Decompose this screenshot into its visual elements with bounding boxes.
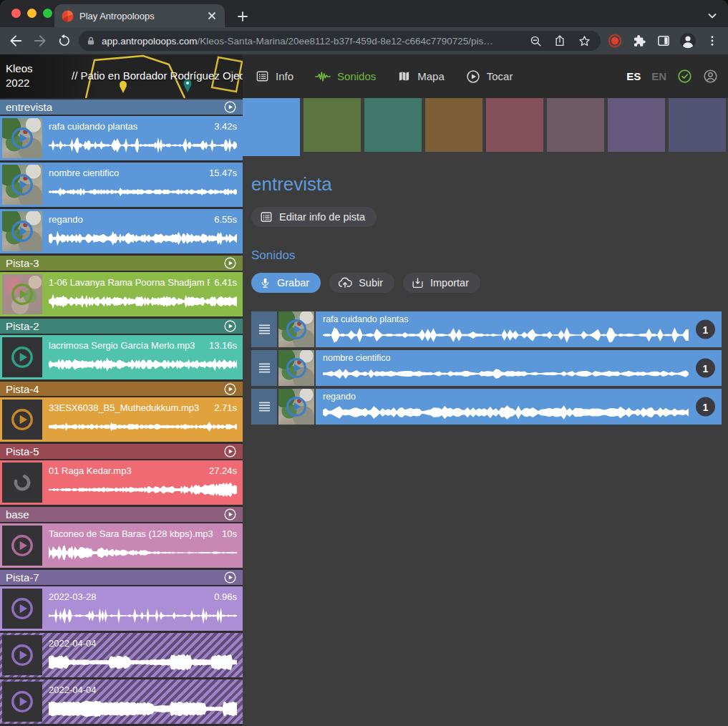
sound-thumbnail[interactable] — [2, 274, 42, 314]
play-icon[interactable] — [285, 318, 308, 341]
sidebar-sound-item[interactable]: regando6.55s — [0, 209, 243, 253]
new-tab-button[interactable] — [233, 7, 252, 26]
sound-thumbnail[interactable] — [2, 211, 42, 251]
sidebar-sound-item[interactable]: 01 Raga Kedar.mp327.24s — [0, 460, 243, 505]
play-icon[interactable] — [10, 596, 34, 621]
track-header-base[interactable]: base — [0, 507, 243, 522]
play-icon[interactable] — [10, 219, 34, 243]
sidebar-sound-item[interactable]: 2022-04-04 — [0, 633, 243, 677]
sound-thumbnail[interactable] — [2, 165, 42, 205]
track-header-Pista-3[interactable]: Pista-3 — [0, 256, 243, 271]
track-color-tab-5[interactable] — [486, 98, 543, 152]
close-window-button[interactable] — [11, 9, 21, 18]
browser-menu-icon[interactable] — [702, 31, 722, 51]
account-icon[interactable] — [703, 69, 718, 84]
sound-thumbnail[interactable] — [2, 682, 42, 722]
track-header-Pista-4[interactable]: Pista-4 — [0, 382, 243, 397]
play-icon[interactable] — [285, 395, 308, 418]
play-icon[interactable] — [10, 345, 34, 369]
forward-button[interactable] — [30, 31, 50, 51]
lang-es-button[interactable]: ES — [626, 70, 641, 82]
fullscreen-window-button[interactable] — [43, 9, 52, 18]
track-play-icon[interactable] — [223, 382, 237, 396]
track-play-icon[interactable] — [223, 100, 237, 114]
track-play-icon[interactable] — [223, 445, 237, 458]
sound-thumbnail[interactable] — [278, 389, 314, 425]
sidebar-sound-item[interactable]: nombre cientifico15.47s — [0, 163, 243, 207]
recording-indicator-icon[interactable] — [605, 31, 625, 51]
track-play-icon[interactable] — [223, 319, 237, 333]
address-bar[interactable]: app.antropoloops.com/Kleos-Santa-Marina/… — [79, 31, 601, 51]
lang-en-button[interactable]: EN — [651, 70, 666, 82]
app-logo[interactable]: Kleos 2022 — [6, 62, 33, 90]
sound-thumbnail[interactable] — [2, 635, 42, 675]
upload-button[interactable]: Subir — [329, 273, 394, 293]
tab-mapa[interactable]: Mapa — [397, 69, 445, 83]
sidebar-sound-item[interactable]: 2022-04-04 — [0, 679, 243, 724]
play-icon[interactable] — [10, 173, 34, 197]
sidebar-sound-item[interactable]: lacrimosa Sergio García Merlo.mp313.16s — [0, 335, 243, 379]
edit-track-info-button[interactable]: Editar info de pista — [251, 207, 377, 227]
play-icon[interactable] — [10, 689, 34, 714]
track-color-tab-4[interactable] — [425, 98, 482, 152]
track-color-tab-2[interactable] — [304, 98, 361, 152]
extensions-puzzle-icon[interactable] — [629, 31, 649, 51]
drag-handle-icon[interactable] — [258, 401, 271, 412]
drag-handle-icon[interactable] — [258, 362, 271, 374]
sidebar-sound-item[interactable]: 2022-03-280.96s — [0, 586, 243, 631]
play-icon[interactable] — [10, 643, 34, 667]
side-panel-icon[interactable] — [654, 31, 674, 51]
sidebar-sound-item[interactable]: rafa cuidando plantas3.42s — [0, 116, 243, 160]
share-icon[interactable] — [550, 32, 569, 50]
play-icon[interactable] — [10, 533, 34, 558]
drag-handle-icon[interactable] — [258, 324, 271, 335]
track-color-tab-6[interactable] — [547, 98, 604, 152]
sound-thumbnail[interactable] — [2, 337, 42, 377]
sound-thumbnail[interactable] — [2, 118, 42, 158]
sound-thumbnail[interactable] — [2, 589, 42, 629]
sound-row-body[interactable]: rafa cuidando plantas1 — [316, 311, 722, 347]
profile-avatar[interactable] — [678, 31, 698, 51]
track-header-Pista-7[interactable]: Pista-7 — [0, 570, 243, 585]
play-icon[interactable] — [10, 407, 34, 432]
sound-drag-handle[interactable] — [251, 350, 277, 386]
sound-thumbnail[interactable] — [278, 311, 314, 347]
sidebar-sound-item[interactable]: Taconeo de Sara Baras (128 kbps).mp310s — [0, 523, 243, 568]
minimize-window-button[interactable] — [27, 9, 37, 18]
track-header-Pista-5[interactable]: Pista-5 — [0, 444, 243, 459]
track-color-tab-7[interactable] — [608, 98, 665, 152]
zoom-out-icon[interactable] — [526, 32, 545, 50]
track-color-tab-8[interactable] — [669, 98, 726, 152]
track-play-icon[interactable] — [223, 256, 237, 270]
track-header-Pista-2[interactable]: Pista-2 — [0, 319, 243, 334]
sidebar-sound-item[interactable]: 1-06 Lavanya Rama Poorna Shadjam Rupak..… — [0, 272, 243, 316]
back-button[interactable] — [6, 31, 26, 51]
tab-tocar[interactable]: Tocar — [466, 69, 513, 84]
saved-check-icon[interactable] — [677, 69, 692, 84]
sound-row-body[interactable]: nombre cientifico1 — [316, 350, 722, 386]
track-play-icon[interactable] — [223, 571, 237, 584]
tab-search-chevron-icon[interactable] — [704, 7, 721, 24]
sound-thumbnail[interactable] — [278, 350, 314, 386]
tab-sonidos[interactable]: Sonidos — [315, 70, 376, 83]
track-color-tab-1[interactable] — [243, 98, 300, 156]
browser-tab[interactable]: Play Antropoloops — [54, 4, 225, 27]
tab-info[interactable]: Info — [256, 69, 293, 83]
sound-thumbnail[interactable] — [2, 526, 42, 566]
track-map-thumbnail[interactable]: Kleos 2022 // Patio en Bordador Rodrígue… — [0, 54, 243, 98]
sound-thumbnail[interactable] — [2, 463, 42, 503]
track-header-entrevista[interactable]: entrevista — [0, 100, 243, 115]
track-color-tab-3[interactable] — [364, 98, 422, 152]
tab-close-icon[interactable] — [206, 10, 218, 21]
sound-thumbnail[interactable] — [2, 400, 42, 440]
record-button[interactable]: Grabar — [251, 273, 321, 293]
sidebar-sound-item[interactable]: 33ESX6038_B5_Muthedukkum.mp32.71s — [0, 397, 243, 442]
reload-button[interactable] — [54, 31, 74, 51]
sound-drag-handle[interactable] — [251, 311, 277, 347]
play-icon[interactable] — [10, 126, 34, 150]
import-button[interactable]: Importar — [403, 273, 480, 293]
sound-row-body[interactable]: regando1 — [316, 389, 722, 425]
bookmark-star-icon[interactable] — [575, 32, 593, 50]
play-icon[interactable] — [285, 357, 308, 379]
track-play-icon[interactable] — [223, 508, 237, 521]
